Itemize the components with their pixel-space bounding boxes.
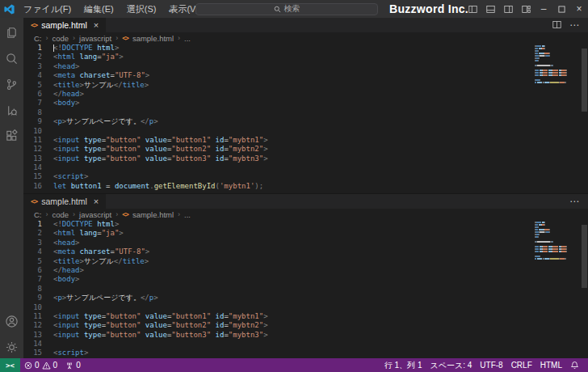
menu-edit[interactable]: 編集(E) (78, 2, 120, 17)
code-line[interactable]: 12<input type="button" value="button2" i… (23, 145, 588, 154)
line-content: </head> (53, 90, 84, 99)
settings-gear-icon[interactable] (4, 339, 20, 355)
maximize-button[interactable] (552, 0, 570, 18)
line-number: 11 (23, 136, 53, 145)
line-number: 14 (23, 163, 53, 172)
line-content: <title>サンプル</title> (53, 257, 149, 266)
more-actions-icon[interactable]: ⋯ (569, 200, 580, 204)
line-number: 11 (23, 312, 53, 321)
code-line[interactable]: 3<head> (23, 62, 588, 71)
tab-close-icon[interactable]: × (94, 21, 99, 30)
cursor-position[interactable]: 行 1、列 1 (380, 358, 426, 372)
code-line[interactable]: 10 (23, 127, 588, 136)
tab-sample-html[interactable]: <> sample.html × (23, 18, 107, 32)
toggle-panel-icon[interactable] (481, 0, 499, 18)
code-line[interactable]: 2<html lang="ja"> (23, 53, 588, 61)
code-line[interactable]: 9<p>サンプルページです。</p> (23, 117, 588, 126)
code-line[interactable]: 4<meta charset="UTF-8"> (23, 247, 588, 256)
breadcrumb-file[interactable]: sample.html (132, 210, 174, 219)
code-editor-top[interactable]: 1<!DOCTYPE html>2<html lang="ja">3<head>… (23, 44, 588, 193)
split-editor-icon[interactable] (552, 18, 561, 32)
breadcrumb-code[interactable]: code (52, 210, 69, 219)
tab-bar-bottom: <> sample.html × ⋯ (23, 194, 588, 209)
code-editor-bottom[interactable]: 1<!DOCTYPE html>2<html lang="ja">3<head>… (23, 220, 588, 358)
code-line[interactable]: 11<input type="button" value="button1" i… (23, 136, 588, 145)
toggle-sidebar-icon[interactable] (464, 0, 481, 18)
indentation[interactable]: スペース: 4 (426, 358, 476, 372)
line-content: <input type="button" value="button1" id=… (53, 312, 268, 321)
code-line[interactable]: 5<title>サンプル</title> (23, 81, 588, 90)
code-line[interactable]: 7<body> (23, 275, 588, 284)
code-line[interactable]: 9<p>サンプルページです。</p> (23, 294, 588, 302)
breadcrumb-code[interactable]: code (52, 34, 69, 43)
menu-selection[interactable]: 選択(S) (121, 2, 162, 17)
language-mode[interactable]: HTML (536, 358, 566, 372)
more-actions-icon[interactable]: ⋯ (569, 23, 580, 27)
code-line[interactable]: 6</head> (23, 90, 588, 99)
remote-indicator[interactable]: >< (0, 358, 20, 372)
minimap-bottom[interactable] (535, 222, 579, 260)
scrollbar-bottom[interactable] (582, 220, 587, 358)
notifications-bell-icon[interactable] (566, 358, 583, 372)
breadcrumb-file[interactable]: sample.html (132, 34, 174, 43)
line-number: 5 (23, 257, 53, 266)
code-line[interactable]: 14 (23, 340, 588, 349)
tab-label: sample.html (41, 20, 87, 30)
code-line[interactable]: 15<script> (23, 349, 588, 357)
code-line[interactable]: 13<input type="button" value="button3" i… (23, 331, 588, 340)
tab-close-icon[interactable]: × (94, 197, 99, 206)
line-number: 8 (23, 285, 53, 294)
breadcrumb-symbol[interactable]: ... (184, 210, 191, 219)
code-line[interactable]: 5<title>サンプル</title> (23, 257, 588, 266)
breadcrumb-drive[interactable]: C: (34, 210, 42, 219)
menu-file[interactable]: ファイル(F) (18, 2, 77, 17)
breadcrumb-separator: › (73, 210, 75, 218)
close-button[interactable]: × (570, 0, 588, 18)
code-line[interactable]: 3<head> (23, 239, 588, 247)
code-line[interactable]: 13<input type="button" value="button3" i… (23, 154, 588, 163)
search-input[interactable]: 検索 (195, 3, 378, 15)
tab-sample-html[interactable]: <> sample.html × (23, 194, 107, 209)
code-line[interactable]: 10 (23, 303, 588, 312)
scrollbar-top[interactable] (582, 44, 587, 193)
breadcrumb-drive[interactable]: C: (34, 34, 42, 43)
line-number: 4 (23, 247, 53, 256)
breadcrumb-javascript[interactable]: javascript (79, 34, 111, 43)
code-line[interactable]: 6</head> (23, 266, 588, 275)
line-number: 14 (23, 340, 53, 349)
code-line[interactable]: 7<body> (23, 99, 588, 108)
code-line[interactable]: 1<!DOCTYPE html> (23, 220, 588, 229)
line-content: <!DOCTYPE html> (53, 44, 119, 53)
source-control-icon[interactable] (4, 76, 20, 92)
scrollbar-slider[interactable] (582, 225, 587, 288)
code-line[interactable]: 8 (23, 108, 588, 117)
code-line[interactable]: 14 (23, 163, 588, 172)
ports-indicator[interactable]: 0 (61, 358, 85, 372)
encoding[interactable]: UTF-8 (476, 358, 506, 372)
code-line[interactable]: 1<!DOCTYPE html> (23, 44, 588, 53)
code-line[interactable]: 8 (23, 285, 588, 294)
explorer-icon[interactable] (4, 24, 20, 40)
go-back-icon[interactable]: ← (166, 3, 177, 15)
code-line[interactable]: 11<input type="button" value="button1" i… (23, 312, 588, 321)
code-line[interactable]: 12<input type="button" value="button2" i… (23, 321, 588, 330)
breadcrumb-javascript[interactable]: javascript (79, 210, 111, 219)
toggle-secondary-sidebar-icon[interactable] (499, 0, 517, 18)
eol-sequence[interactable]: CRLF (507, 358, 536, 372)
scrollbar-slider[interactable] (582, 49, 587, 112)
minimap-top[interactable] (535, 45, 579, 84)
code-line[interactable]: 16let button1 = document.getElementById(… (23, 182, 588, 191)
extensions-icon[interactable] (4, 128, 20, 144)
code-line[interactable]: 4<meta charset="UTF-8"> (23, 71, 588, 80)
search-sidebar-icon[interactable] (4, 50, 20, 66)
problems-indicator[interactable]: 0 0 (20, 358, 61, 372)
run-and-debug-icon[interactable] (4, 102, 20, 118)
line-content: </head> (53, 266, 84, 275)
breadcrumb-symbol[interactable]: ... (184, 34, 191, 43)
code-line[interactable]: 2<html lang="ja"> (23, 229, 588, 238)
minimize-button[interactable]: – (535, 0, 552, 18)
code-line[interactable]: 15<script> (23, 172, 588, 181)
go-forward-icon[interactable]: → (184, 3, 195, 15)
customize-layout-icon[interactable] (517, 0, 535, 18)
account-icon[interactable] (4, 313, 20, 329)
